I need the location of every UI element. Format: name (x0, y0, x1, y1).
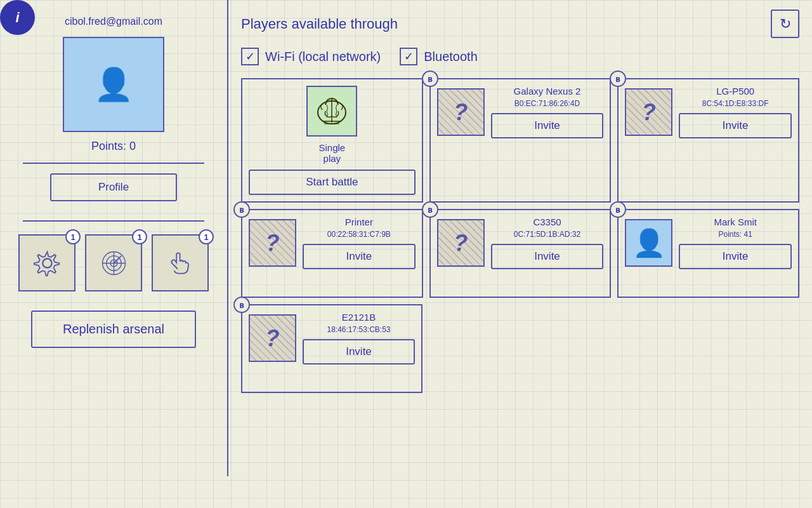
player-avatar-lg: ? (625, 88, 672, 136)
player-name-printer: Printer (303, 217, 416, 227)
gear-icon (33, 249, 62, 277)
player-name-c3350: C3350 (491, 217, 604, 227)
divider (23, 163, 204, 164)
player-mac-e2121b: 18:46:17:53:CB:53 (303, 325, 415, 334)
bluetooth-icon-mark: ʙ (610, 201, 626, 218)
svg-point-0 (43, 258, 51, 267)
achievement-gear[interactable]: 1 (18, 234, 75, 291)
bluetooth-checkbox[interactable]: ✓ (400, 48, 417, 65)
bluetooth-label: Bluetooth (424, 50, 478, 64)
player-avatar-c3350: ? (437, 219, 485, 267)
player-card-c3350: ʙ ? C3350 0C:71:5D:1B:AD:32 Invite (429, 209, 612, 298)
bluetooth-icon-lg: ʙ (610, 70, 626, 87)
replenish-arsenal-button[interactable]: Replenish arsenal (31, 311, 196, 348)
player-name-galaxy: Galaxy Nexus 2 (491, 86, 604, 97)
filter-row: ✓ Wi-Fi (local network) ✓ Bluetooth (241, 48, 799, 65)
player-avatar-galaxy: ? (437, 88, 485, 136)
achievement-row: 1 1 1 (18, 234, 209, 291)
bluetooth-icon-printer: ʙ (233, 201, 250, 218)
player-name-e2121b: E2121B (303, 312, 415, 323)
single-play-label: Singleplay (318, 142, 345, 164)
invite-button-lg[interactable]: Invite (679, 113, 792, 138)
wifi-filter[interactable]: ✓ Wi-Fi (local network) (241, 48, 381, 65)
player-card-single-play: Singleplay Start battle (241, 78, 423, 203)
invite-button-e2121b[interactable]: Invite (303, 339, 415, 364)
hand-icon (166, 249, 195, 277)
bluetooth-icon-e2121b: ʙ (233, 297, 250, 313)
invite-button-mark[interactable]: Invite (679, 244, 792, 269)
player-mac-galaxy: B0:EC:71:86:26:4D (491, 99, 604, 108)
bluetooth-filter[interactable]: ✓ Bluetooth (400, 48, 478, 65)
achievement-badge-gear: 1 (65, 229, 81, 244)
bluetooth-icon-galaxy: ʙ (422, 70, 438, 87)
person-icon-mark: 👤 (632, 227, 665, 258)
wifi-checkbox[interactable]: ✓ (241, 48, 259, 65)
player-mac-c3350: 0C:71:5D:1B:AD:32 (491, 230, 604, 239)
right-panel: Players available through ↻ ✓ Wi-Fi (loc… (228, 0, 812, 476)
right-header: Players available through ↻ (241, 10, 799, 38)
achievement-hand[interactable]: 1 (152, 234, 209, 291)
player-card-mark-smit: ʙ 👤 Mark Smit Points: 41 Invite (617, 209, 799, 298)
player-mac-printer: 00:22:58:31:C7:9B (303, 230, 416, 239)
profile-button[interactable]: Profile (50, 173, 177, 201)
player-points-mark: Points: 41 (679, 230, 792, 239)
radar-icon (100, 249, 128, 277)
player-card-lg-p500: ʙ ? LG-P500 8C:54:1D:E8:33:DF Invite (617, 78, 799, 203)
player-mac-lg: 8C:54:1D:E8:33:DF (679, 99, 792, 108)
brain-avatar (306, 86, 357, 137)
left-panel: i cibol.fred@gmail.com 👤 Points: 0 Profi… (0, 0, 228, 476)
player-card-printer: ʙ ? Printer 00:22:58:31:C7:9B Invite (241, 209, 423, 298)
achievement-badge-hand: 1 (199, 229, 214, 244)
refresh-button[interactable]: ↻ (771, 10, 799, 38)
app-icon: i (0, 0, 35, 35)
achievement-radar[interactable]: 1 (85, 234, 142, 291)
points-label: Points: 0 (91, 140, 136, 153)
player-name-mark: Mark Smit (679, 217, 792, 227)
invite-button-galaxy[interactable]: Invite (491, 113, 604, 138)
player-card-e2121b: ʙ ? E2121B 18:46:17:53:CB:53 Invite (241, 304, 422, 393)
achievement-badge-radar: 1 (132, 229, 147, 244)
invite-button-c3350[interactable]: Invite (491, 244, 604, 269)
player-avatar-e2121b: ? (249, 314, 296, 362)
avatar-icon: 👤 (94, 66, 133, 103)
player-avatar-mark: 👤 (625, 219, 672, 267)
invite-button-printer[interactable]: Invite (303, 244, 416, 269)
player-avatar-printer: ? (249, 219, 296, 267)
divider2 (23, 220, 204, 222)
brain-icon (313, 92, 351, 130)
player-card-galaxy-nexus-2: ʙ ? Galaxy Nexus 2 B0:EC:71:86:26:4D Inv… (429, 78, 612, 203)
avatar: 👤 (63, 37, 164, 132)
header-title: Players available through (241, 16, 398, 32)
bluetooth-icon-c3350: ʙ (422, 201, 438, 218)
start-battle-button[interactable]: Start battle (249, 170, 416, 195)
player-name-lg: LG-P500 (679, 86, 792, 97)
user-email: cibol.fred@gmail.com (65, 16, 162, 27)
wifi-label: Wi-Fi (local network) (265, 50, 381, 64)
